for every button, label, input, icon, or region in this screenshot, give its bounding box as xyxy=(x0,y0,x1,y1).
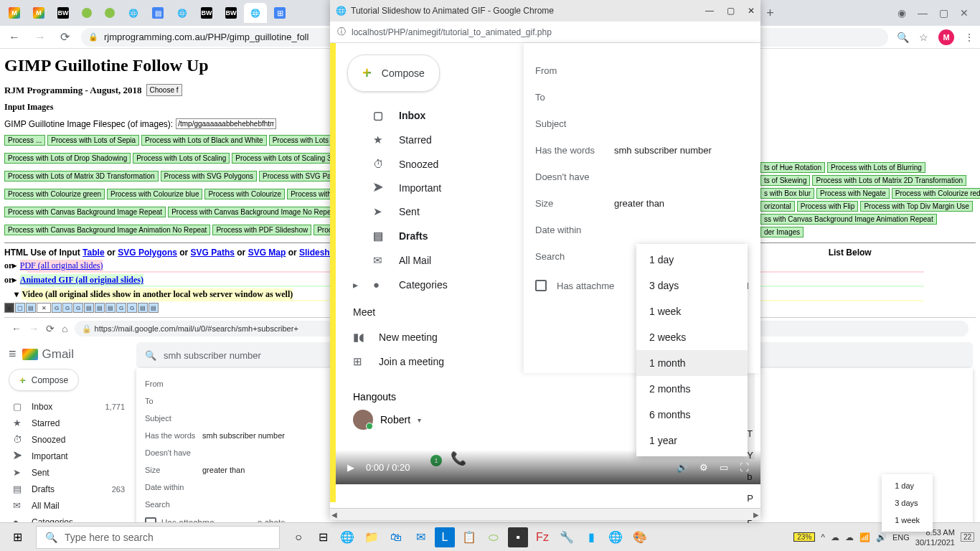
tab-6[interactable]: ▤ xyxy=(146,3,169,23)
mini-tab[interactable]: ▢ xyxy=(15,303,25,313)
mini-tab[interactable]: G xyxy=(62,303,72,313)
process-matrix2d-button[interactable]: Process with Lots of Matrix 2D Transform… xyxy=(812,175,966,186)
process-scaling-button[interactable]: Process with Lots of Scaling xyxy=(133,153,230,164)
process-skew-button[interactable]: ts of Skewing xyxy=(760,175,810,186)
app-blue-icon[interactable]: ▮ xyxy=(581,527,601,547)
tab-11[interactable]: ⊞ xyxy=(268,3,291,23)
has-attachment-checkbox-big[interactable] xyxy=(535,280,547,291)
close-button[interactable]: ✕ xyxy=(960,7,969,19)
date-option[interactable]: 1 day xyxy=(882,477,933,494)
tab-10-active[interactable]: 🌐 xyxy=(244,3,267,23)
process-bw-button[interactable]: Process with Lots of Black and White xyxy=(141,135,267,146)
mini-tab[interactable]: ▣ xyxy=(4,303,14,313)
process-matrix3d-button[interactable]: Process with Lots of Matrix 3D Transform… xyxy=(4,171,159,182)
table-link[interactable]: Table xyxy=(83,248,104,258)
folder-item[interactable]: ⏱Snoozed xyxy=(9,431,129,448)
gmail-menu-icon[interactable]: ≡ xyxy=(9,347,17,362)
process-canvas-anim-repeat-button[interactable]: ss with Canvas Background Image Animatio… xyxy=(760,214,937,225)
store-icon[interactable]: 🛍 xyxy=(386,527,406,547)
popup-close-button[interactable]: ✕ xyxy=(748,6,755,16)
settings-icon[interactable]: ⚙ xyxy=(699,462,708,473)
app-icon-2[interactable]: 🔧 xyxy=(557,527,577,547)
process-blur-button[interactable]: Process with Lots of Blurring xyxy=(827,162,925,173)
date-option[interactable]: 1 week xyxy=(882,512,933,529)
mini-tab-close[interactable]: ✕ xyxy=(37,303,51,313)
mini-tab[interactable]: ▤ xyxy=(26,303,36,313)
folder-item[interactable]: ▢Inbox1,771 xyxy=(9,398,129,415)
paint-icon[interactable]: 🎨 xyxy=(630,527,650,547)
tab-4[interactable] xyxy=(99,3,121,23)
new-tab-button[interactable]: + xyxy=(760,6,780,21)
minimize-button[interactable]: — xyxy=(918,7,928,19)
svg-paths-link[interactable]: SVG Paths xyxy=(191,248,235,258)
mail-icon[interactable]: ✉ xyxy=(410,527,430,547)
pip-button[interactable]: ▭ xyxy=(720,462,728,473)
process-canvas-norepeat-button[interactable]: Process with Canvas Background Image No … xyxy=(168,207,341,217)
process-der-images-button[interactable]: der Images xyxy=(760,227,804,237)
tab-1[interactable]: M xyxy=(27,3,50,23)
popup-horizontal-scrollbar[interactable]: ◀▶ xyxy=(330,508,760,520)
tray-chevron-icon[interactable]: ^ xyxy=(821,532,825,542)
tab-5[interactable]: 🌐 xyxy=(122,3,145,23)
folder-item[interactable]: ➤Sent xyxy=(9,464,129,481)
volume-button[interactable]: 🔊 xyxy=(677,462,688,473)
tray-cloud-icon[interactable]: ☁ xyxy=(831,532,839,542)
mini-tab[interactable]: G xyxy=(127,303,137,313)
mini-tab[interactable]: G xyxy=(116,303,126,313)
forward-button[interactable]: → xyxy=(32,31,49,44)
process-shadow-button[interactable]: Process with Lots of Drop Shadowing xyxy=(4,153,131,164)
explorer-icon[interactable]: 📁 xyxy=(362,527,382,547)
notification-center-icon[interactable]: 22 xyxy=(961,532,974,542)
chrome-icon[interactable]: 🌐 xyxy=(606,527,626,547)
reload-button[interactable]: ⟳ xyxy=(57,30,72,44)
process-canvas-anim-norepeat-button[interactable]: Process with Canvas Background Image Ani… xyxy=(4,225,210,235)
process-margin-button[interactable]: Process with Top Div Margin Use xyxy=(860,201,973,212)
popup-minimize-button[interactable]: — xyxy=(705,6,714,16)
tab-8[interactable]: BW xyxy=(195,3,218,23)
edge-icon[interactable]: 🌐 xyxy=(337,527,357,547)
mini-tab[interactable]: ▤ xyxy=(95,303,105,313)
date-option[interactable]: 3 days xyxy=(882,494,933,512)
process-flip-button[interactable]: Process with Flip xyxy=(797,201,859,212)
embed-forward-button[interactable]: → xyxy=(29,323,39,334)
mini-tab[interactable]: ▤ xyxy=(149,303,159,313)
process-horizontal-button[interactable]: orizontal xyxy=(760,201,795,212)
tab-3[interactable] xyxy=(76,3,98,23)
mini-tab[interactable]: ▤ xyxy=(105,303,116,313)
tray-onedrive-icon[interactable]: ☁ xyxy=(845,532,854,542)
date-option[interactable]: 2 months xyxy=(636,376,748,402)
date-option[interactable]: 3 days xyxy=(636,273,748,298)
gif-slides-link[interactable]: Animated GIF (all original slides) xyxy=(20,274,143,286)
folder-item[interactable]: ✉All Mail xyxy=(9,497,129,514)
date-option[interactable]: 1 year xyxy=(636,428,748,453)
taskview-icon[interactable]: ⊟ xyxy=(313,527,333,547)
process-colourize-button[interactable]: Process with Colourize xyxy=(204,189,285,199)
profile-avatar[interactable]: M xyxy=(938,29,954,45)
app-icon[interactable]: 📋 xyxy=(459,527,479,547)
filespec-input[interactable] xyxy=(176,118,276,129)
compose-button-big[interactable]: +Compose xyxy=(347,55,440,92)
embed-reload-button[interactable]: ⟳ xyxy=(46,323,55,334)
svg-map-link[interactable]: SVG Map xyxy=(248,248,286,258)
back-button[interactable]: ← xyxy=(6,31,23,44)
filezilla-icon[interactable]: Fz xyxy=(532,527,552,547)
settings-icon[interactable]: ◉ xyxy=(897,7,906,19)
mini-tab[interactable]: ▤ xyxy=(138,303,148,313)
svg-poly-link[interactable]: SVG Polygons xyxy=(118,248,177,258)
process-green-button[interactable]: Process with Colourize green xyxy=(4,189,105,199)
mini-tab[interactable]: ▤ xyxy=(84,303,94,313)
process-hue-button[interactable]: ts of Hue Rotation xyxy=(760,162,825,173)
process-sepia-button[interactable]: Process with Lots of Sepia xyxy=(47,135,139,146)
terminal-icon[interactable]: ▪ xyxy=(508,527,528,547)
cortana-icon[interactable]: ○ xyxy=(288,527,308,547)
tab-7[interactable]: 🌐 xyxy=(171,3,194,23)
tray-wifi-icon[interactable]: 📶 xyxy=(859,532,870,542)
browser-menu-icon[interactable]: ⋮ xyxy=(964,32,974,43)
date-option[interactable]: 6 months xyxy=(636,402,748,428)
tab-9[interactable]: BW xyxy=(220,3,242,23)
mini-tab[interactable]: G xyxy=(52,303,62,313)
embed-home-button[interactable]: ⌂ xyxy=(62,323,67,334)
tab-2[interactable]: BW xyxy=(52,3,75,23)
folder-item[interactable]: ⮞Important xyxy=(9,448,129,464)
tray-volume-icon[interactable]: 🔊 xyxy=(876,532,887,542)
